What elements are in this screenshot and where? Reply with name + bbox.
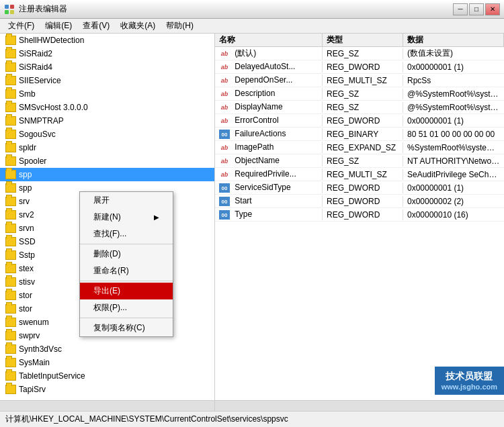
menu-bar: 文件(F) 编辑(E) 查看(V) 收藏夹(A) 帮助(H) bbox=[0, 19, 504, 34]
window-controls: ─ □ ✕ bbox=[453, 3, 500, 15]
table-row[interactable]: ab DisplayName REG_SZ @%SystemRoot%\syst… bbox=[215, 101, 504, 114]
folder-icon bbox=[5, 304, 16, 314]
svg-rect-3 bbox=[10, 10, 14, 14]
type-icon: 00 bbox=[219, 130, 230, 139]
folder-icon bbox=[5, 103, 16, 112]
tree-item-selected[interactable]: spp bbox=[0, 168, 214, 181]
folder-icon bbox=[5, 89, 16, 99]
tree-item[interactable]: Spooler bbox=[0, 154, 214, 168]
ctx-new[interactable]: 新建(N) ▶ bbox=[80, 209, 173, 226]
ctx-separator bbox=[80, 244, 173, 244]
folder-icon bbox=[5, 36, 16, 45]
tree-item[interactable]: SIIEService bbox=[0, 74, 214, 87]
type-icon: ab bbox=[219, 170, 230, 179]
tree-item[interactable]: SogouSvc bbox=[0, 128, 214, 141]
table-row[interactable]: 00 Type REG_DWORD 0x00000010 (16) bbox=[215, 208, 504, 222]
folder-icon bbox=[5, 183, 16, 193]
app-icon bbox=[4, 4, 15, 15]
col-header-name: 名称 bbox=[215, 34, 323, 46]
type-icon: ab bbox=[219, 156, 230, 166]
tree-item[interactable]: SysMain bbox=[0, 356, 214, 369]
table-row[interactable]: ab DelayedAutoSt... REG_DWORD 0x00000001… bbox=[215, 60, 504, 74]
status-bar: 计算机\HKEY_LOCAL_MACHINE\SYSTEM\CurrentCon… bbox=[0, 411, 504, 427]
window-title: 注册表编辑器 bbox=[19, 3, 453, 15]
status-path: 计算机\HKEY_LOCAL_MACHINE\SYSTEM\CurrentCon… bbox=[5, 414, 288, 425]
tree-item[interactable]: Smb bbox=[0, 87, 214, 101]
values-panel: 名称 类型 数据 ab (默认) REG_SZ (数值未设置) ab Delay… bbox=[215, 34, 504, 411]
ctx-rename[interactable]: 重命名(R) bbox=[80, 263, 173, 279]
tree-scrollbar-h[interactable] bbox=[0, 400, 214, 411]
table-row[interactable]: 00 FailureActions REG_BINARY 80 51 01 00… bbox=[215, 128, 504, 141]
svg-rect-2 bbox=[5, 10, 9, 14]
folder-icon bbox=[5, 250, 16, 260]
tree-item[interactable]: SMSvcHost 3.0.0.0 bbox=[0, 101, 214, 114]
type-icon: 00 bbox=[219, 210, 230, 220]
ctx-arrow-icon: ▶ bbox=[154, 214, 159, 221]
folder-icon bbox=[5, 344, 16, 354]
menu-view[interactable]: 查看(V) bbox=[77, 19, 115, 33]
ctx-export[interactable]: 导出(E) bbox=[80, 283, 173, 299]
tree-item[interactable]: SiSRaid2 bbox=[0, 47, 214, 60]
minimize-button[interactable]: ─ bbox=[453, 3, 468, 15]
type-icon: ab bbox=[219, 103, 230, 112]
values-body: ab (默认) REG_SZ (数值未设置) ab DelayedAutoSt.… bbox=[215, 47, 504, 400]
folder-icon bbox=[5, 156, 16, 166]
folder-icon bbox=[5, 291, 16, 300]
folder-icon bbox=[5, 237, 16, 246]
folder-icon bbox=[5, 76, 16, 85]
folder-icon bbox=[5, 197, 16, 206]
tree-item[interactable]: Synth3dVsc bbox=[0, 342, 214, 356]
ctx-copy-name[interactable]: 复制项名称(C) bbox=[80, 320, 173, 336]
maximize-button[interactable]: □ bbox=[469, 3, 484, 15]
ctx-delete[interactable]: 删除(D) bbox=[80, 246, 173, 263]
table-row[interactable]: 00 Start REG_DWORD 0x00000002 (2) bbox=[215, 195, 504, 208]
folder-icon bbox=[5, 62, 16, 72]
menu-favorites[interactable]: 收藏夹(A) bbox=[115, 19, 161, 33]
table-row[interactable]: ab DependOnSer... REG_MULTI_SZ RpcSs bbox=[215, 74, 504, 87]
folder-icon bbox=[5, 385, 16, 394]
type-icon: 00 bbox=[219, 183, 230, 193]
folder-icon bbox=[5, 331, 16, 340]
title-bar: 注册表编辑器 ─ □ ✕ bbox=[0, 0, 504, 19]
table-row[interactable]: ab ImagePath REG_EXPAND_SZ %SystemRoot%\… bbox=[215, 141, 504, 154]
tree-item[interactable]: SiSRaid4 bbox=[0, 60, 214, 74]
menu-file[interactable]: 文件(F) bbox=[3, 19, 40, 33]
table-row[interactable]: ab Description REG_SZ @%SystemRoot%\syst… bbox=[215, 87, 504, 101]
folder-icon bbox=[5, 49, 16, 58]
main-container: ShellHWDetection SiSRaid2 SiSRaid4 SIIES… bbox=[0, 34, 504, 411]
table-row[interactable]: ab ErrorControl REG_DWORD 0x00000001 (1) bbox=[215, 114, 504, 128]
table-row[interactable]: ab RequiredPrivile... REG_MULTI_SZ SeAud… bbox=[215, 168, 504, 181]
tree-item[interactable]: ShellHWDetection bbox=[0, 34, 214, 47]
ctx-separator3 bbox=[80, 318, 173, 318]
table-row[interactable]: 00 ServiceSidType REG_DWORD 0x00000001 (… bbox=[215, 181, 504, 195]
tree-item[interactable]: spldr bbox=[0, 141, 214, 154]
tree-item[interactable]: TapiSrv bbox=[0, 383, 214, 396]
col-header-data: 数据 bbox=[403, 34, 504, 46]
ctx-find[interactable]: 查找(F)... bbox=[80, 226, 173, 242]
tree-item[interactable]: TabletInputService bbox=[0, 369, 214, 383]
folder-icon bbox=[5, 170, 16, 179]
folder-icon bbox=[5, 143, 16, 152]
tree-item[interactable]: SNMPTRAP bbox=[0, 114, 214, 128]
folder-icon bbox=[5, 371, 16, 381]
table-row[interactable]: ab ObjectName REG_SZ NT AUTHORITY\Networ… bbox=[215, 154, 504, 168]
watermark: 技术员联盟 www.jsgho.com bbox=[435, 367, 504, 395]
context-menu: 展开 新建(N) ▶ 查找(F)... 删除(D) 重命名(R) 导出(E) 权… bbox=[79, 191, 173, 337]
ctx-separator2 bbox=[80, 281, 173, 281]
values-header: 名称 类型 数据 bbox=[215, 34, 504, 47]
menu-edit[interactable]: 编辑(E) bbox=[40, 19, 77, 33]
folder-icon bbox=[5, 224, 16, 233]
close-button[interactable]: ✕ bbox=[485, 3, 500, 15]
type-icon: ab bbox=[219, 76, 230, 85]
ctx-permissions[interactable]: 权限(P)... bbox=[80, 299, 173, 316]
ctx-expand[interactable]: 展开 bbox=[80, 192, 173, 209]
folder-icon bbox=[5, 277, 16, 287]
values-scrollbar-h[interactable] bbox=[215, 400, 504, 411]
folder-icon bbox=[5, 130, 16, 139]
table-row[interactable]: ab (默认) REG_SZ (数值未设置) bbox=[215, 47, 504, 60]
menu-help[interactable]: 帮助(H) bbox=[161, 19, 199, 33]
folder-icon bbox=[5, 318, 16, 327]
folder-icon bbox=[5, 210, 16, 220]
watermark-line1: 技术员联盟 bbox=[442, 371, 497, 383]
col-header-type: 类型 bbox=[323, 34, 403, 46]
